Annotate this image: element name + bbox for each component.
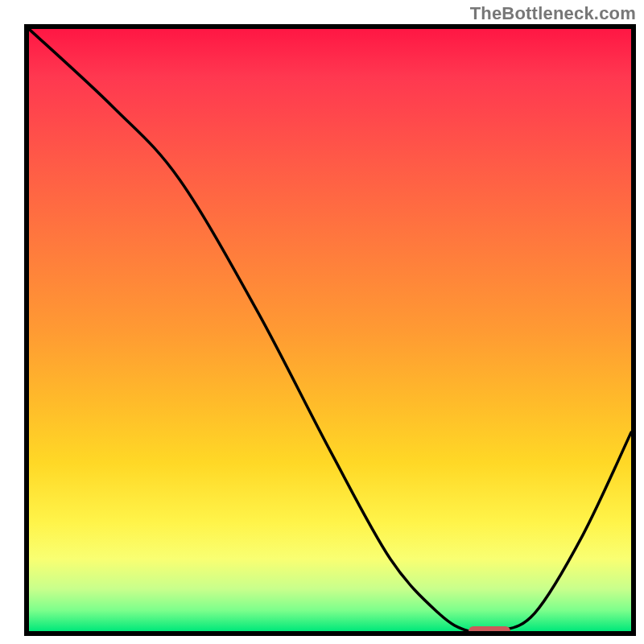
bottleneck-curve — [29, 29, 631, 631]
plot-area — [24, 24, 636, 636]
chart-container: TheBottleneck.com — [0, 0, 644, 644]
watermark-text: TheBottleneck.com — [470, 3, 636, 24]
optimum-marker — [469, 626, 510, 636]
